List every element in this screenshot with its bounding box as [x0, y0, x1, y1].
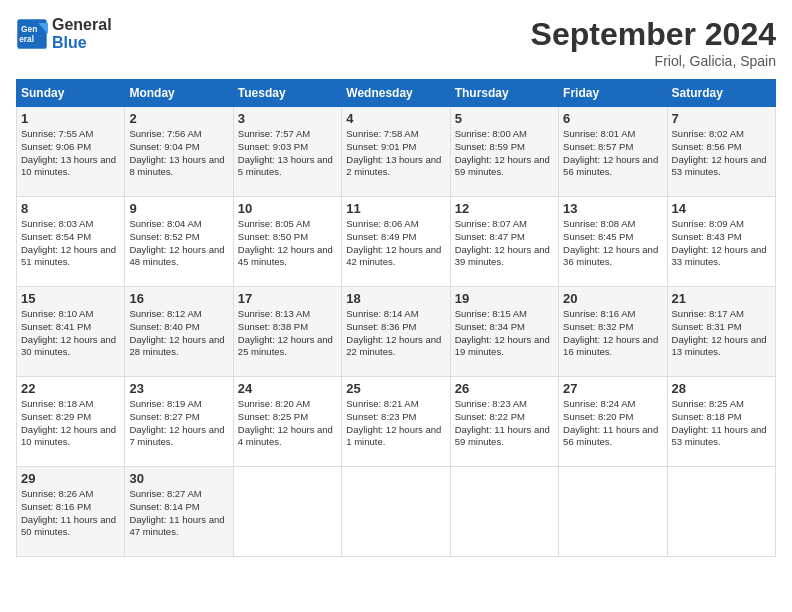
- day-info: Sunrise: 8:16 AM Sunset: 8:32 PM Dayligh…: [563, 308, 662, 359]
- calendar-cell: 24 Sunrise: 8:20 AM Sunset: 8:25 PM Dayl…: [233, 377, 341, 467]
- day-number: 26: [455, 381, 554, 396]
- day-info: Sunrise: 8:26 AM Sunset: 8:16 PM Dayligh…: [21, 488, 120, 539]
- calendar-cell: 6 Sunrise: 8:01 AM Sunset: 8:57 PM Dayli…: [559, 107, 667, 197]
- day-number: 2: [129, 111, 228, 126]
- day-info: Sunrise: 7:57 AM Sunset: 9:03 PM Dayligh…: [238, 128, 337, 179]
- day-info: Sunrise: 8:24 AM Sunset: 8:20 PM Dayligh…: [563, 398, 662, 449]
- day-number: 18: [346, 291, 445, 306]
- day-number: 14: [672, 201, 771, 216]
- calendar-cell: 9 Sunrise: 8:04 AM Sunset: 8:52 PM Dayli…: [125, 197, 233, 287]
- calendar-week-row: 15 Sunrise: 8:10 AM Sunset: 8:41 PM Dayl…: [17, 287, 776, 377]
- title-block: September 2024 Friol, Galicia, Spain: [531, 16, 776, 69]
- day-info: Sunrise: 7:56 AM Sunset: 9:04 PM Dayligh…: [129, 128, 228, 179]
- day-info: Sunrise: 8:03 AM Sunset: 8:54 PM Dayligh…: [21, 218, 120, 269]
- calendar-cell: 25 Sunrise: 8:21 AM Sunset: 8:23 PM Dayl…: [342, 377, 450, 467]
- calendar-cell: 5 Sunrise: 8:00 AM Sunset: 8:59 PM Dayli…: [450, 107, 558, 197]
- day-number: 12: [455, 201, 554, 216]
- calendar-cell: [667, 467, 775, 557]
- day-number: 1: [21, 111, 120, 126]
- calendar-week-row: 22 Sunrise: 8:18 AM Sunset: 8:29 PM Dayl…: [17, 377, 776, 467]
- calendar-cell: 3 Sunrise: 7:57 AM Sunset: 9:03 PM Dayli…: [233, 107, 341, 197]
- calendar-cell: [233, 467, 341, 557]
- header-friday: Friday: [559, 80, 667, 107]
- day-number: 8: [21, 201, 120, 216]
- day-number: 13: [563, 201, 662, 216]
- day-number: 4: [346, 111, 445, 126]
- calendar-table: Sunday Monday Tuesday Wednesday Thursday…: [16, 79, 776, 557]
- calendar-cell: 20 Sunrise: 8:16 AM Sunset: 8:32 PM Dayl…: [559, 287, 667, 377]
- calendar-cell: 26 Sunrise: 8:23 AM Sunset: 8:22 PM Dayl…: [450, 377, 558, 467]
- calendar-week-row: 8 Sunrise: 8:03 AM Sunset: 8:54 PM Dayli…: [17, 197, 776, 287]
- calendar-title: September 2024: [531, 16, 776, 53]
- day-number: 17: [238, 291, 337, 306]
- day-number: 10: [238, 201, 337, 216]
- day-info: Sunrise: 8:01 AM Sunset: 8:57 PM Dayligh…: [563, 128, 662, 179]
- calendar-cell: 11 Sunrise: 8:06 AM Sunset: 8:49 PM Dayl…: [342, 197, 450, 287]
- day-info: Sunrise: 8:23 AM Sunset: 8:22 PM Dayligh…: [455, 398, 554, 449]
- day-info: Sunrise: 8:09 AM Sunset: 8:43 PM Dayligh…: [672, 218, 771, 269]
- calendar-header-row: Sunday Monday Tuesday Wednesday Thursday…: [17, 80, 776, 107]
- day-number: 24: [238, 381, 337, 396]
- logo: Gen eral General Blue: [16, 16, 112, 52]
- day-info: Sunrise: 8:18 AM Sunset: 8:29 PM Dayligh…: [21, 398, 120, 449]
- calendar-cell: [342, 467, 450, 557]
- calendar-cell: 18 Sunrise: 8:14 AM Sunset: 8:36 PM Dayl…: [342, 287, 450, 377]
- day-info: Sunrise: 8:27 AM Sunset: 8:14 PM Dayligh…: [129, 488, 228, 539]
- header-monday: Monday: [125, 80, 233, 107]
- logo-line2: Blue: [52, 34, 112, 52]
- calendar-cell: 13 Sunrise: 8:08 AM Sunset: 8:45 PM Dayl…: [559, 197, 667, 287]
- day-number: 30: [129, 471, 228, 486]
- day-number: 21: [672, 291, 771, 306]
- day-info: Sunrise: 8:04 AM Sunset: 8:52 PM Dayligh…: [129, 218, 228, 269]
- day-number: 29: [21, 471, 120, 486]
- day-number: 7: [672, 111, 771, 126]
- day-info: Sunrise: 8:00 AM Sunset: 8:59 PM Dayligh…: [455, 128, 554, 179]
- calendar-cell: 15 Sunrise: 8:10 AM Sunset: 8:41 PM Dayl…: [17, 287, 125, 377]
- day-number: 5: [455, 111, 554, 126]
- day-info: Sunrise: 8:25 AM Sunset: 8:18 PM Dayligh…: [672, 398, 771, 449]
- day-number: 11: [346, 201, 445, 216]
- logo-icon: Gen eral: [16, 18, 48, 50]
- calendar-cell: 17 Sunrise: 8:13 AM Sunset: 8:38 PM Dayl…: [233, 287, 341, 377]
- calendar-cell: [450, 467, 558, 557]
- day-info: Sunrise: 8:15 AM Sunset: 8:34 PM Dayligh…: [455, 308, 554, 359]
- calendar-cell: 22 Sunrise: 8:18 AM Sunset: 8:29 PM Dayl…: [17, 377, 125, 467]
- day-number: 3: [238, 111, 337, 126]
- day-info: Sunrise: 8:14 AM Sunset: 8:36 PM Dayligh…: [346, 308, 445, 359]
- calendar-cell: 28 Sunrise: 8:25 AM Sunset: 8:18 PM Dayl…: [667, 377, 775, 467]
- calendar-cell: 4 Sunrise: 7:58 AM Sunset: 9:01 PM Dayli…: [342, 107, 450, 197]
- header-sunday: Sunday: [17, 80, 125, 107]
- calendar-cell: 8 Sunrise: 8:03 AM Sunset: 8:54 PM Dayli…: [17, 197, 125, 287]
- day-info: Sunrise: 7:58 AM Sunset: 9:01 PM Dayligh…: [346, 128, 445, 179]
- day-info: Sunrise: 8:20 AM Sunset: 8:25 PM Dayligh…: [238, 398, 337, 449]
- day-info: Sunrise: 8:08 AM Sunset: 8:45 PM Dayligh…: [563, 218, 662, 269]
- day-number: 25: [346, 381, 445, 396]
- calendar-week-row: 29 Sunrise: 8:26 AM Sunset: 8:16 PM Dayl…: [17, 467, 776, 557]
- calendar-cell: [559, 467, 667, 557]
- day-info: Sunrise: 8:17 AM Sunset: 8:31 PM Dayligh…: [672, 308, 771, 359]
- day-info: Sunrise: 8:10 AM Sunset: 8:41 PM Dayligh…: [21, 308, 120, 359]
- calendar-cell: 23 Sunrise: 8:19 AM Sunset: 8:27 PM Dayl…: [125, 377, 233, 467]
- calendar-week-row: 1 Sunrise: 7:55 AM Sunset: 9:06 PM Dayli…: [17, 107, 776, 197]
- calendar-cell: 7 Sunrise: 8:02 AM Sunset: 8:56 PM Dayli…: [667, 107, 775, 197]
- day-info: Sunrise: 8:13 AM Sunset: 8:38 PM Dayligh…: [238, 308, 337, 359]
- calendar-cell: 16 Sunrise: 8:12 AM Sunset: 8:40 PM Dayl…: [125, 287, 233, 377]
- day-number: 15: [21, 291, 120, 306]
- calendar-cell: 14 Sunrise: 8:09 AM Sunset: 8:43 PM Dayl…: [667, 197, 775, 287]
- day-number: 9: [129, 201, 228, 216]
- logo-line1: General: [52, 16, 112, 34]
- day-info: Sunrise: 8:02 AM Sunset: 8:56 PM Dayligh…: [672, 128, 771, 179]
- calendar-cell: 19 Sunrise: 8:15 AM Sunset: 8:34 PM Dayl…: [450, 287, 558, 377]
- header-wednesday: Wednesday: [342, 80, 450, 107]
- day-number: 27: [563, 381, 662, 396]
- day-info: Sunrise: 8:06 AM Sunset: 8:49 PM Dayligh…: [346, 218, 445, 269]
- day-number: 22: [21, 381, 120, 396]
- calendar-cell: 12 Sunrise: 8:07 AM Sunset: 8:47 PM Dayl…: [450, 197, 558, 287]
- header: Gen eral General Blue September 2024 Fri…: [16, 16, 776, 69]
- calendar-cell: 27 Sunrise: 8:24 AM Sunset: 8:20 PM Dayl…: [559, 377, 667, 467]
- svg-text:Gen: Gen: [21, 24, 37, 34]
- calendar-cell: 30 Sunrise: 8:27 AM Sunset: 8:14 PM Dayl…: [125, 467, 233, 557]
- day-info: Sunrise: 7:55 AM Sunset: 9:06 PM Dayligh…: [21, 128, 120, 179]
- calendar-cell: 10 Sunrise: 8:05 AM Sunset: 8:50 PM Dayl…: [233, 197, 341, 287]
- day-number: 16: [129, 291, 228, 306]
